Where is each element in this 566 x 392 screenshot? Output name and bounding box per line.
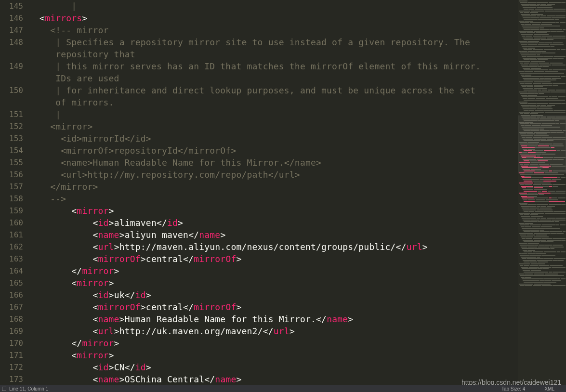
code-content[interactable]: | <mirrors> <!-- mirror | Specifies a re… [29, 0, 518, 385]
minimap[interactable] [518, 0, 566, 385]
line-number: 169 [0, 325, 23, 337]
status-tab-size[interactable]: Tab Size: 4 [501, 386, 525, 392]
code-line[interactable]: <mirror> [29, 205, 518, 217]
line-number: 149 [0, 60, 23, 72]
line-number: 146 [0, 12, 23, 24]
status-checkbox-icon[interactable] [2, 387, 6, 391]
code-line[interactable]: <mirrorOf>central</mirrorOf> [29, 253, 518, 265]
line-number: 152 [0, 120, 23, 132]
code-line[interactable]: <id>mirrorId</id> [29, 132, 518, 144]
line-number: 150 [0, 84, 23, 96]
status-cursor-position[interactable]: Line 11, Column 1 [9, 386, 48, 392]
line-number: 161 [0, 229, 23, 241]
code-line[interactable]: <name>Human Readable Name for this Mirro… [29, 313, 518, 325]
status-language[interactable]: XML [544, 386, 554, 392]
code-line[interactable]: --> [29, 193, 518, 205]
line-number: 164 [0, 265, 23, 277]
line-number: 145 [0, 0, 23, 12]
code-line[interactable]: <name>aliyun maven</name> [29, 229, 518, 241]
line-number: 155 [0, 157, 23, 169]
code-line-wrap[interactable]: IDs are used [29, 72, 518, 84]
line-number: 163 [0, 253, 23, 265]
line-number: 154 [0, 144, 23, 157]
line-number: 147 [0, 24, 23, 36]
code-line[interactable]: | for inheritance and direct lookup purp… [29, 84, 518, 96]
line-number: 153 [0, 132, 23, 144]
line-number: 157 [0, 181, 23, 193]
code-line[interactable]: <!-- mirror [29, 24, 518, 36]
code-line[interactable]: <name>OSChina Central</name> [29, 373, 518, 385]
line-number: 168 [0, 313, 23, 325]
code-line[interactable]: </mirror> [29, 337, 518, 349]
code-line[interactable]: <mirrorOf>central</mirrorOf> [29, 301, 518, 313]
code-line[interactable]: | [29, 108, 518, 120]
status-bar: Line 11, Column 1 Tab Size: 4 XML [0, 385, 566, 392]
code-line[interactable]: <url>http://my.repository.com/repo/path<… [29, 169, 518, 181]
minimap-viewport[interactable] [518, 116, 566, 173]
line-number: 159 [0, 205, 23, 217]
line-number: 167 [0, 301, 23, 313]
editor-area[interactable]: 145146147148 149 150 1511521531541551561… [0, 0, 518, 385]
line-number: 170 [0, 337, 23, 349]
code-line-wrap[interactable]: repository that [29, 48, 518, 60]
code-line[interactable]: <id>alimaven</id> [29, 217, 518, 229]
code-line[interactable]: <mirror> [29, 349, 518, 361]
code-line[interactable]: </mirror> [29, 265, 518, 277]
line-number: 162 [0, 241, 23, 253]
code-line[interactable]: <mirror> [29, 277, 518, 289]
code-line[interactable]: | Specifies a repository mirror site to … [29, 36, 518, 48]
line-number: 156 [0, 169, 23, 181]
line-number: 172 [0, 361, 23, 373]
line-number-wrap [0, 72, 23, 84]
code-line[interactable]: <url>http://uk.maven.org/maven2/</url> [29, 325, 518, 337]
line-number: 158 [0, 193, 23, 205]
code-line[interactable]: <id>CN</id> [29, 361, 518, 373]
code-line[interactable]: <mirrorOf>repositoryId</mirrorOf> [29, 144, 518, 157]
code-line[interactable]: <url>http://maven.aliyun.com/nexus/conte… [29, 241, 518, 253]
line-number-gutter: 145146147148 149 150 1511521531541551561… [0, 0, 29, 385]
line-number: 148 [0, 36, 23, 48]
line-number: 160 [0, 217, 23, 229]
code-line-wrap[interactable]: of mirrors. [29, 96, 518, 108]
code-line[interactable]: <mirrors> [29, 12, 518, 24]
code-line[interactable]: </mirror> [29, 181, 518, 193]
line-number-wrap [0, 96, 23, 108]
line-number: 166 [0, 289, 23, 301]
code-line[interactable]: <id>uk</id> [29, 289, 518, 301]
code-line[interactable]: | this mirror serves has an ID that matc… [29, 60, 518, 72]
line-number: 173 [0, 373, 23, 385]
line-number: 171 [0, 349, 23, 361]
code-line[interactable]: | [29, 0, 518, 12]
line-number: 151 [0, 108, 23, 120]
code-line[interactable]: <name>Human Readable Name for this Mirro… [29, 157, 518, 169]
code-line[interactable]: <mirror> [29, 120, 518, 132]
line-number-wrap [0, 48, 23, 60]
line-number: 165 [0, 277, 23, 289]
